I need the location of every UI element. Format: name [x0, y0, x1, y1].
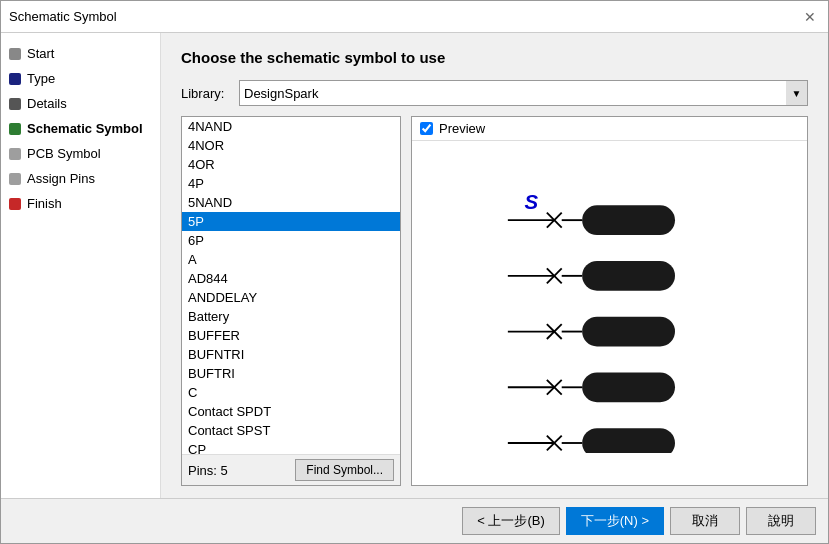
sidebar-item-details[interactable]: Details — [1, 91, 160, 116]
svg-rect-14 — [582, 317, 675, 347]
find-symbol-button[interactable]: Find Symbol... — [295, 459, 394, 481]
dialog-footer: < 上一步(B) 下一步(N) > 取消 說明 — [1, 498, 828, 543]
title-bar: Schematic Symbol ✕ — [1, 1, 828, 33]
list-item[interactable]: 5NAND — [182, 193, 400, 212]
preview-canvas: S — [412, 141, 807, 485]
content-row: 4NAND4NOR4OR4P5NAND5P6PAAD844ANDDELAYBat… — [181, 116, 808, 486]
sidebar: StartTypeDetailsSchematic SymbolPCB Symb… — [1, 33, 161, 498]
list-item[interactable]: A — [182, 250, 400, 269]
step-dot-pcb-symbol — [9, 148, 21, 160]
symbol-list: 4NAND4NOR4OR4P5NAND5P6PAAD844ANDDELAYBat… — [182, 117, 400, 454]
symbol-s-label: S — [524, 191, 538, 213]
step-dot-finish — [9, 198, 21, 210]
symbol-preview-svg: S — [480, 173, 740, 453]
schematic-symbol-dialog: Schematic Symbol ✕ StartTypeDetailsSchem… — [0, 0, 829, 544]
svg-rect-9 — [582, 261, 675, 291]
preview-checkbox[interactable] — [420, 122, 433, 135]
sidebar-item-finish[interactable]: Finish — [1, 191, 160, 216]
list-item[interactable]: CP — [182, 440, 400, 454]
preview-label: Preview — [439, 121, 485, 136]
sidebar-item-type[interactable]: Type — [1, 66, 160, 91]
list-item[interactable]: C — [182, 383, 400, 402]
list-item[interactable]: BUFNTRI — [182, 345, 400, 364]
pins-label: Pins: 5 — [188, 463, 228, 478]
list-footer: Pins: 5 Find Symbol... — [182, 454, 400, 485]
sidebar-label-assign-pins: Assign Pins — [27, 171, 95, 186]
list-item[interactable]: 4NOR — [182, 136, 400, 155]
list-item[interactable]: 4P — [182, 174, 400, 193]
list-item[interactable]: AD844 — [182, 269, 400, 288]
list-item[interactable]: 4NAND — [182, 117, 400, 136]
page-title: Choose the schematic symbol to use — [181, 49, 808, 66]
sidebar-label-start: Start — [27, 46, 54, 61]
next-button[interactable]: 下一步(N) > — [566, 507, 664, 535]
list-item[interactable]: BUFTRI — [182, 364, 400, 383]
sidebar-item-start[interactable]: Start — [1, 41, 160, 66]
preview-panel: Preview S — [411, 116, 808, 486]
list-item[interactable]: Contact SPST — [182, 421, 400, 440]
step-dot-start — [9, 48, 21, 60]
step-dot-details — [9, 98, 21, 110]
sidebar-label-type: Type — [27, 71, 55, 86]
main-content: Choose the schematic symbol to use Libra… — [161, 33, 828, 498]
sidebar-item-assign-pins[interactable]: Assign Pins — [1, 166, 160, 191]
library-label: Library: — [181, 86, 231, 101]
cancel-button[interactable]: 取消 — [670, 507, 740, 535]
list-item[interactable]: 4OR — [182, 155, 400, 174]
list-item[interactable]: BUFFER — [182, 326, 400, 345]
sidebar-item-pcb-symbol[interactable]: PCB Symbol — [1, 141, 160, 166]
library-select[interactable]: DesignSpark — [239, 80, 808, 106]
sidebar-item-schematic-symbol[interactable]: Schematic Symbol — [1, 116, 160, 141]
svg-rect-4 — [582, 205, 675, 235]
list-item[interactable]: 5P — [182, 212, 400, 231]
dialog-body: StartTypeDetailsSchematic SymbolPCB Symb… — [1, 33, 828, 498]
help-button[interactable]: 說明 — [746, 507, 816, 535]
sidebar-label-finish: Finish — [27, 196, 62, 211]
svg-rect-24 — [582, 428, 675, 453]
step-dot-type — [9, 73, 21, 85]
symbol-list-panel: 4NAND4NOR4OR4P5NAND5P6PAAD844ANDDELAYBat… — [181, 116, 401, 486]
preview-header: Preview — [412, 117, 807, 141]
sidebar-label-details: Details — [27, 96, 67, 111]
sidebar-label-pcb-symbol: PCB Symbol — [27, 146, 101, 161]
step-dot-assign-pins — [9, 173, 21, 185]
list-item[interactable]: ANDDELAY — [182, 288, 400, 307]
back-button[interactable]: < 上一步(B) — [462, 507, 560, 535]
library-row: Library: DesignSpark ▼ — [181, 80, 808, 106]
list-item[interactable]: Contact SPDT — [182, 402, 400, 421]
list-item[interactable]: 6P — [182, 231, 400, 250]
dialog-title: Schematic Symbol — [9, 9, 117, 24]
list-item[interactable]: Battery — [182, 307, 400, 326]
step-dot-schematic-symbol — [9, 123, 21, 135]
sidebar-label-schematic-symbol: Schematic Symbol — [27, 121, 143, 136]
close-button[interactable]: ✕ — [800, 7, 820, 27]
library-select-wrapper: DesignSpark ▼ — [239, 80, 808, 106]
svg-rect-19 — [582, 372, 675, 402]
